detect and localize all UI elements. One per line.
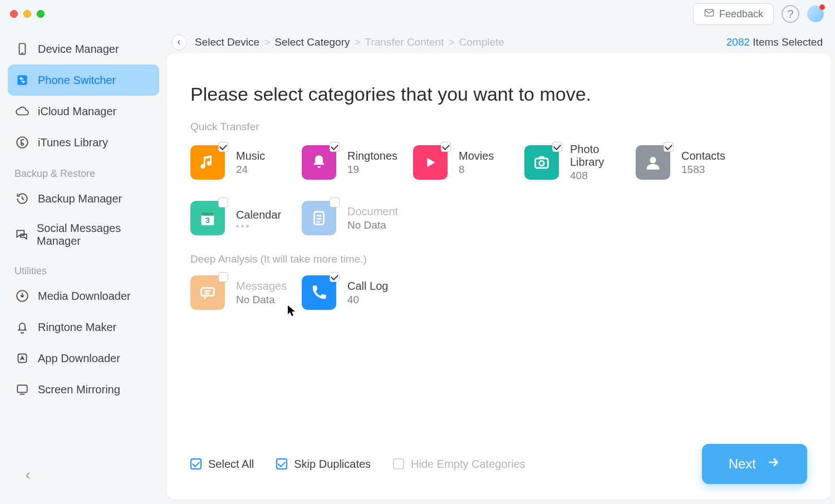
category-checkbox[interactable]: [218, 197, 228, 207]
close-window-button[interactable]: [10, 10, 18, 18]
category-name: Messages: [236, 280, 287, 293]
sidebar-item-label: Social Messages Manager: [37, 222, 153, 248]
crumb-step-4: Complete: [459, 36, 504, 48]
category-contacts[interactable]: Contacts 1583: [636, 143, 735, 182]
category-name: Ringtones: [347, 150, 397, 162]
sidebar-item-phone-switcher[interactable]: Phone Switcher: [8, 65, 159, 96]
items-selected-label: Items Selected: [753, 36, 823, 48]
next-button[interactable]: Next: [702, 444, 807, 484]
hide-empty-checkbox[interactable]: Hide Empty Categories: [393, 458, 525, 471]
skip-duplicates-label: Skip Duplicates: [294, 458, 371, 471]
category-name: Movies: [459, 150, 494, 162]
sidebar-item-itunes-library[interactable]: iTunes Library: [8, 127, 159, 158]
category-checkbox[interactable]: [330, 272, 340, 282]
category-movies[interactable]: Movies 8: [413, 143, 512, 182]
category-call-log[interactable]: Call Log 40: [302, 275, 401, 310]
svg-rect-7: [17, 385, 27, 392]
crumb-step-2[interactable]: Select Category: [274, 36, 350, 48]
sidebar-item-label: Phone Switcher: [38, 74, 116, 87]
sidebar-item-label: Backup Manager: [38, 192, 122, 205]
switch-icon: [14, 72, 30, 88]
mail-icon: [704, 7, 715, 21]
main-panel: Please select categories that you want t…: [167, 53, 831, 500]
page-title: Please select categories that you want t…: [190, 83, 807, 105]
category-name: Calendar: [236, 209, 281, 221]
category-name: Contacts: [681, 150, 725, 162]
help-button[interactable]: ?: [782, 5, 799, 23]
category-document: Document No Data: [302, 201, 401, 235]
category-count: 1583: [681, 164, 725, 176]
breadcrumb: Select Device > Select Category > Transf…: [171, 34, 504, 50]
svg-point-10: [650, 157, 656, 163]
sidebar-item-screen-mirroring[interactable]: Screen Mirroring: [8, 374, 159, 405]
svg-rect-6: [18, 354, 26, 362]
sidebar: Device Manager Phone Switcher iCloud Man…: [0, 31, 167, 504]
category-count: 19: [347, 164, 397, 176]
category-count: No Data: [347, 219, 398, 231]
select-all-checkbox[interactable]: Select All: [190, 458, 254, 471]
sidebar-item-media-downloader[interactable]: Media Downloader: [8, 280, 159, 312]
sidebar-item-label: iTunes Library: [38, 136, 108, 149]
category-calendar[interactable]: 3 Calendar: [190, 201, 289, 235]
deep-analysis-grid: Messages No Data Call Log 40: [190, 275, 807, 310]
category-name: Music: [236, 150, 265, 162]
phone-call-icon: [302, 275, 336, 310]
bottom-bar: Select All Skip Duplicates Hide Empty Ca…: [190, 444, 807, 484]
crumb-step-1[interactable]: Select Device: [195, 36, 259, 48]
category-music[interactable]: Music 24: [190, 143, 289, 182]
mirror-icon: [14, 382, 30, 397]
category-checkbox[interactable]: [664, 142, 674, 152]
sidebar-item-device-manager[interactable]: Device Manager: [8, 33, 159, 65]
feedback-button[interactable]: Feedback: [693, 3, 774, 25]
next-button-label: Next: [729, 456, 756, 472]
svg-rect-18: [202, 288, 214, 296]
minimize-window-button[interactable]: [23, 10, 31, 18]
movies-icon: [413, 145, 448, 180]
sidebar-collapse-button[interactable]: [21, 468, 36, 483]
checkbox-icon: [190, 458, 202, 470]
category-ringtones[interactable]: Ringtones 19: [302, 143, 401, 182]
category-checkbox: [330, 197, 340, 207]
chevron-right-icon: >: [448, 36, 454, 48]
deep-analysis-label: Deep Analysis (It will take more time.): [190, 253, 807, 265]
sidebar-item-label: Media Downloader: [38, 290, 131, 303]
category-checkbox[interactable]: [552, 142, 562, 152]
messages-icon: [190, 275, 225, 310]
back-button[interactable]: [171, 34, 187, 50]
loading-dots-icon: [236, 225, 281, 228]
sidebar-item-ringtone-maker[interactable]: Ringtone Maker: [8, 312, 159, 343]
skip-duplicates-checkbox[interactable]: Skip Duplicates: [276, 458, 371, 471]
category-name: Photo Library: [570, 143, 623, 169]
sidebar-item-label: iCloud Manager: [38, 105, 116, 118]
music-icon: [190, 145, 225, 180]
category-checkbox[interactable]: [330, 142, 340, 152]
category-count: 40: [347, 294, 388, 306]
contacts-icon: [636, 145, 670, 180]
checkbox-icon: [393, 458, 404, 470]
category-checkbox[interactable]: [218, 142, 228, 152]
items-selected-count: 2082: [726, 36, 750, 48]
maximize-window-button[interactable]: [37, 10, 45, 18]
crumb-step-3: Transfer Content: [365, 36, 444, 48]
sidebar-item-backup-manager[interactable]: Backup Manager: [8, 183, 159, 214]
svg-rect-0: [705, 9, 713, 16]
phone-icon: [14, 41, 30, 57]
sidebar-item-icloud-manager[interactable]: iCloud Manager: [8, 96, 159, 127]
calendar-icon: 3: [190, 201, 225, 235]
quick-transfer-grid: Music 24 Ringtones 19: [190, 143, 807, 235]
chat-icon: [14, 227, 29, 243]
sidebar-item-label: Screen Mirroring: [38, 383, 120, 396]
chevron-right-icon: >: [354, 36, 360, 48]
category-name: Document: [347, 205, 398, 218]
hide-empty-label: Hide Empty Categories: [411, 458, 525, 471]
ringtone-icon: [302, 145, 336, 180]
select-all-label: Select All: [208, 458, 254, 471]
arrow-right-icon: [766, 455, 780, 473]
category-checkbox[interactable]: [441, 142, 451, 152]
category-photo-library[interactable]: Photo Library 408: [524, 143, 623, 182]
avatar[interactable]: [807, 6, 824, 22]
help-icon: ?: [787, 8, 793, 21]
sidebar-item-social-messages[interactable]: Social Messages Manager: [8, 214, 159, 255]
sidebar-item-app-downloader[interactable]: App Downloader: [8, 343, 159, 374]
category-count: 24: [236, 164, 265, 176]
